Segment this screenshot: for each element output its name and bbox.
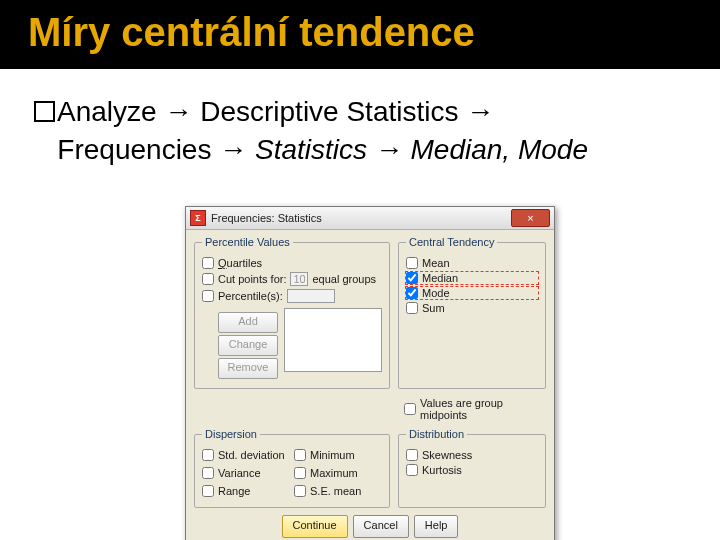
mode-checkbox[interactable]: Mode (406, 287, 538, 299)
dialog-titlebar[interactable]: Σ Frequencies: Statistics × (186, 207, 554, 230)
remove-button[interactable]: Remove (218, 358, 278, 379)
central-legend: Central Tendency (406, 236, 497, 248)
bullet-icon (34, 101, 55, 122)
mean-checkbox[interactable]: Mean (406, 257, 538, 269)
change-button[interactable]: Change (218, 335, 278, 356)
percentile-values-group: Percentile Values Quartiles Cut points f… (194, 236, 390, 389)
group-midpoints-checkbox[interactable]: Values are group midpoints (404, 397, 544, 421)
sum-checkbox[interactable]: Sum (406, 302, 538, 314)
quartiles-checkbox[interactable]: Quartiles (202, 257, 382, 269)
dispersion-group: Dispersion Std. deviation Minimum Varian… (194, 428, 390, 508)
app-icon: Σ (190, 210, 206, 226)
std-checkbox[interactable]: Std. deviation (202, 449, 290, 461)
max-checkbox[interactable]: Maximum (294, 467, 382, 479)
percentile-listbox[interactable] (284, 308, 382, 372)
median-checkbox[interactable]: Median (406, 272, 538, 284)
dialog-button-bar: Continue Cancel Help (194, 508, 546, 540)
slide: Míry centrální tendence Analyze → Descri… (0, 0, 720, 540)
percentile-value-input[interactable] (287, 289, 335, 303)
slide-title: Míry centrální tendence (28, 10, 698, 55)
menu-path: Analyze → Descriptive Statistics → Frequ… (34, 93, 692, 169)
cutpoints-input[interactable] (290, 272, 308, 286)
help-button[interactable]: Help (414, 515, 459, 538)
distribution-group: Distribution Skewness Kurtosis (398, 428, 546, 508)
range-checkbox[interactable]: Range (202, 485, 290, 497)
dialog-body: Percentile Values Quartiles Cut points f… (186, 230, 554, 540)
cutpoints-checkbox[interactable]: Cut points for: equal groups (202, 272, 382, 286)
dispersion-legend: Dispersion (202, 428, 260, 440)
title-band: Míry centrální tendence (0, 0, 720, 69)
cancel-button[interactable]: Cancel (353, 515, 409, 538)
close-icon: × (527, 213, 533, 224)
percentile-legend: Percentile Values (202, 236, 293, 248)
distribution-legend: Distribution (406, 428, 467, 440)
percentile-button-stack: Add Change Remove (218, 310, 278, 381)
frequencies-statistics-dialog: Σ Frequencies: Statistics × Percentile V… (185, 206, 555, 540)
variance-checkbox[interactable]: Variance (202, 467, 290, 479)
skewness-checkbox[interactable]: Skewness (406, 449, 538, 461)
bullet-block: Analyze → Descriptive Statistics → Frequ… (0, 69, 720, 169)
close-button[interactable]: × (511, 209, 550, 227)
kurtosis-checkbox[interactable]: Kurtosis (406, 464, 538, 476)
dialog-title: Frequencies: Statistics (211, 212, 511, 224)
min-checkbox[interactable]: Minimum (294, 449, 382, 461)
se-checkbox[interactable]: S.E. mean (294, 485, 382, 497)
add-button[interactable]: Add (218, 312, 278, 333)
continue-button[interactable]: Continue (282, 515, 348, 538)
central-tendency-group: Central Tendency Mean Median Mode Sum (398, 236, 546, 389)
percentiles-checkbox[interactable]: Percentile(s): (202, 289, 382, 303)
